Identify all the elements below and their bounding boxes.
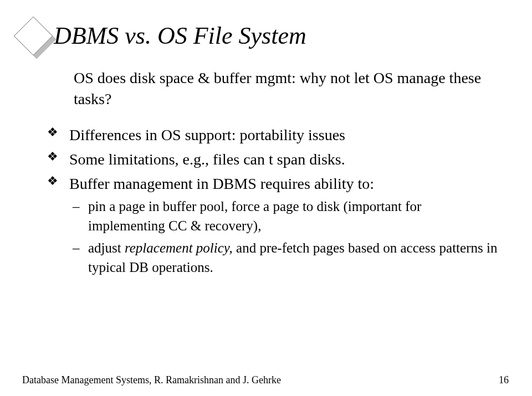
title-row: DBMS vs. OS File System [30, 17, 502, 55]
bullet-item: Some limitations, e.g., files can t span… [47, 148, 502, 170]
page-number: 16 [499, 374, 509, 386]
italic-text: replacement policy, [125, 240, 233, 255]
footer-text: Database Management Systems, R. Ramakris… [22, 374, 281, 386]
slide: DBMS vs. OS File System OS does disk spa… [0, 0, 532, 396]
slide-title: DBMS vs. OS File System [54, 23, 306, 49]
diamond-icon [14, 17, 53, 55]
sub-bullet-item: adjust replacement policy, and pre-fetch… [73, 238, 502, 277]
slide-subtitle: OS does disk space & buffer mgmt: why no… [74, 68, 500, 110]
sub-bullet-text: pin a page in buffer pool, force a page … [88, 199, 421, 233]
bullet-text: Buffer management in DBMS requires abili… [69, 175, 374, 192]
sub-bullet-list: pin a page in buffer pool, force a page … [73, 197, 502, 277]
bullet-item: Differences in OS support: portability i… [47, 124, 502, 146]
bullet-list: Differences in OS support: portability i… [47, 124, 502, 277]
sub-bullet-item: pin a page in buffer pool, force a page … [73, 197, 502, 235]
sub-bullet-text: adjust [88, 240, 125, 255]
bullet-item: Buffer management in DBMS requires abili… [47, 173, 502, 277]
